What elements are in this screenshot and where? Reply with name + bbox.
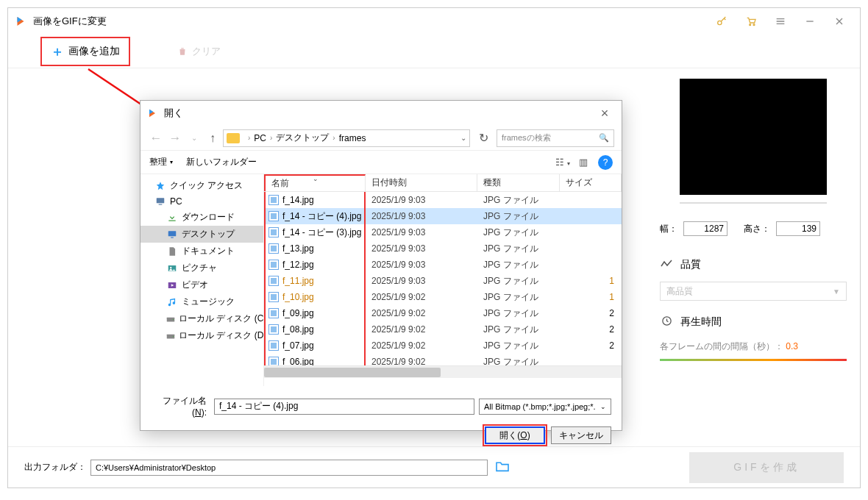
tree-item[interactable]: ローカル ディスク (C xyxy=(140,310,263,327)
disk-icon xyxy=(166,331,176,341)
dialog-close-button[interactable]: × xyxy=(594,106,616,121)
filename-input[interactable] xyxy=(214,399,474,415)
tree-item[interactable]: PC xyxy=(140,194,263,209)
filename-label: ファイル名(N): xyxy=(151,395,207,418)
pic-icon xyxy=(166,263,179,274)
filetype-select[interactable]: All Bitmap (*.bmp;*.jpg;*.jpeg;*.⌄ xyxy=(479,399,611,415)
video-icon xyxy=(166,280,179,290)
column-type[interactable]: 種類 xyxy=(477,174,560,191)
column-name[interactable]: 名前⌄ xyxy=(264,174,366,191)
nav-recent-button[interactable]: ⌄ xyxy=(186,134,202,142)
download-icon xyxy=(166,213,179,223)
add-image-button[interactable]: ＋ 画像を追加 xyxy=(40,37,130,66)
nav-forward-button[interactable]: → xyxy=(167,131,183,146)
tree-item[interactable]: ローカル ディスク (D xyxy=(140,327,263,344)
file-open-dialog: 開く × ← → ⌄ ↑ › PC › デスクトップ › frames ⌄ ↻ … xyxy=(140,100,622,431)
crumb-2[interactable]: frames xyxy=(339,133,366,143)
preview-box xyxy=(680,79,827,195)
file-list: 名前⌄ 日付時刻 種類 サイズ f_14.jpg2025/1/9 9:03JPG… xyxy=(264,174,622,386)
close-button[interactable] xyxy=(825,8,854,35)
column-size[interactable]: サイズ xyxy=(560,174,622,191)
search-icon: 🔍 xyxy=(599,133,609,143)
app-logo-icon xyxy=(14,15,27,28)
browse-folder-button[interactable] xyxy=(495,460,513,475)
new-folder-button[interactable]: 新しいフォルダー xyxy=(186,156,257,168)
file-row[interactable]: f_12.jpg2025/1/9 9:03JPG ファイル xyxy=(264,257,622,273)
folder-tree[interactable]: クイック アクセスPCダウンロードデスクトップドキュメントピクチャビデオミュージ… xyxy=(140,174,264,386)
tree-item[interactable]: ミュージック xyxy=(140,293,263,310)
organize-menu[interactable]: 整理▾ xyxy=(149,156,173,168)
height-label: 高さ： xyxy=(744,223,770,235)
file-icon xyxy=(268,243,279,254)
horizontal-scrollbar[interactable] xyxy=(264,365,622,378)
breadcrumb-bar[interactable]: › PC › デスクトップ › frames ⌄ xyxy=(223,129,470,147)
tree-item[interactable]: デスクトップ xyxy=(140,226,263,243)
crumb-0[interactable]: PC xyxy=(254,133,266,143)
open-button[interactable]: 開く(O) xyxy=(485,426,545,444)
preview-pane-button[interactable]: ▥ xyxy=(573,157,594,168)
cart-icon[interactable] xyxy=(736,8,766,35)
tree-item[interactable]: ドキュメント xyxy=(140,243,263,260)
file-row[interactable]: f_09.jpg2025/1/9 9:02JPG ファイル2 xyxy=(264,305,622,321)
file-icon xyxy=(268,340,279,351)
file-row[interactable]: f_14 - コピー (4).jpg2025/1/9 9:03JPG ファイル xyxy=(264,208,622,224)
svg-point-1 xyxy=(750,24,751,26)
file-row[interactable]: f_10.jpg2025/1/9 9:02JPG ファイル1 xyxy=(264,289,622,305)
file-row[interactable]: f_08.jpg2025/1/9 9:02JPG ファイル2 xyxy=(264,321,622,338)
preview-underline xyxy=(680,202,827,204)
refresh-button[interactable]: ↻ xyxy=(473,131,494,145)
file-row[interactable]: f_11.jpg2025/1/9 9:03JPG ファイル1 xyxy=(264,273,622,289)
output-folder-input[interactable] xyxy=(90,460,488,476)
file-icon xyxy=(268,292,279,302)
cancel-button[interactable]: キャンセル xyxy=(551,426,611,444)
menu-icon[interactable] xyxy=(766,8,795,35)
file-rows[interactable]: f_14.jpg2025/1/9 9:03JPG ファイルf_14 - コピー … xyxy=(264,192,622,365)
make-gif-label: GIFを作成 xyxy=(733,461,799,474)
side-panel: 幅： 高さ： 品質 高品質 ▼ 再生時間 各フレームの間の間隔（秒）： 0.3 xyxy=(647,79,860,361)
quality-value: 高品質 xyxy=(666,285,693,298)
quality-icon xyxy=(660,259,673,271)
toolbar: ＋ 画像を追加 クリア xyxy=(8,35,860,68)
minimize-button[interactable] xyxy=(795,8,825,35)
svg-point-17 xyxy=(173,335,174,336)
column-date[interactable]: 日付時刻 xyxy=(366,174,477,191)
clear-button[interactable]: クリア xyxy=(177,45,221,58)
file-row[interactable]: f_14 - コピー (3).jpg2025/1/9 9:03JPG ファイル xyxy=(264,224,622,240)
list-header: 名前⌄ 日付時刻 種類 サイズ xyxy=(264,174,622,192)
file-icon xyxy=(268,308,279,318)
interval-slider[interactable] xyxy=(660,359,847,361)
search-input[interactable]: framesの検索 🔍 xyxy=(497,129,614,147)
view-options-button[interactable]: ☷ ▾ xyxy=(552,157,573,168)
scrollbar-thumb[interactable] xyxy=(264,368,441,377)
make-gif-button[interactable]: GIFを作成 xyxy=(689,452,844,483)
nav-up-button[interactable]: ↑ xyxy=(205,132,220,145)
file-row[interactable]: f_14.jpg2025/1/9 9:03JPG ファイル xyxy=(264,192,622,208)
dialog-toolbar: 整理▾ 新しいフォルダー ☷ ▾ ▥ ? xyxy=(140,151,622,174)
dialog-bottom: ファイル名(N): All Bitmap (*.bmp;*.jpg;*.jpeg… xyxy=(140,386,622,454)
svg-point-2 xyxy=(753,24,755,26)
help-button[interactable]: ? xyxy=(598,155,613,170)
quality-section: 品質 xyxy=(647,251,860,279)
output-folder-label: 出力フォルダ： xyxy=(24,461,86,474)
tree-item[interactable]: クイック アクセス xyxy=(140,177,263,194)
svg-point-0 xyxy=(718,21,722,24)
quality-label: 品質 xyxy=(680,258,701,271)
chevron-down-icon[interactable]: ⌄ xyxy=(460,134,466,142)
file-icon xyxy=(268,211,279,221)
key-icon[interactable] xyxy=(707,8,736,35)
trash-icon xyxy=(177,46,188,57)
width-input[interactable] xyxy=(683,221,728,236)
file-row[interactable]: f_06.jpg2025/1/9 9:02JPG ファイル xyxy=(264,354,622,365)
quality-select[interactable]: 高品質 ▼ xyxy=(660,282,847,301)
crumb-1[interactable]: デスクトップ xyxy=(276,132,329,144)
sort-desc-icon: ⌄ xyxy=(313,175,319,182)
file-row[interactable]: f_07.jpg2025/1/9 9:02JPG ファイル2 xyxy=(264,338,622,354)
nav-back-button[interactable]: ← xyxy=(148,131,164,146)
height-input[interactable] xyxy=(776,221,820,236)
tree-item[interactable]: ダウンロード xyxy=(140,209,263,226)
tree-item[interactable]: ピクチャ xyxy=(140,260,263,276)
file-row[interactable]: f_13.jpg2025/1/9 9:03JPG ファイル xyxy=(264,240,622,257)
title-bar: 画像をGIFに変更 xyxy=(8,8,860,35)
tree-item[interactable]: ビデオ xyxy=(140,276,263,293)
window-title: 画像をGIFに変更 xyxy=(33,15,707,28)
